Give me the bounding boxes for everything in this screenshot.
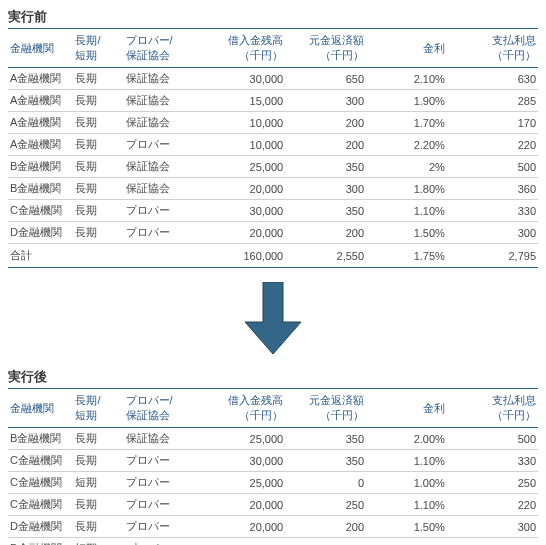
cell: 20,000 bbox=[194, 178, 285, 200]
cell: 25,000 bbox=[194, 538, 285, 546]
table-row: A金融機関長期保証協会15,0003001.90%285 bbox=[8, 90, 538, 112]
cell: 200 bbox=[285, 134, 366, 156]
table-row: C金融機関長期プロパー20,0002501.10%220 bbox=[8, 494, 538, 516]
cell: 2.00% bbox=[366, 428, 447, 450]
col-header: 支払利息（千円） bbox=[447, 389, 538, 428]
cell: 1.10% bbox=[366, 450, 447, 472]
cell: A金融機関 bbox=[8, 68, 73, 90]
col-header: 元金返済額（千円） bbox=[285, 29, 366, 68]
section-title-after: 実行後 bbox=[8, 368, 538, 386]
cell: 2.20% bbox=[366, 134, 447, 156]
cell: 保証協会 bbox=[124, 178, 195, 200]
table-row: B金融機関長期保証協会20,0003001.80%360 bbox=[8, 178, 538, 200]
cell: 220 bbox=[447, 134, 538, 156]
cell: 長期 bbox=[73, 134, 123, 156]
cell: 長期 bbox=[73, 90, 123, 112]
col-header: 借入金残高（千円） bbox=[194, 389, 285, 428]
cell: 200 bbox=[285, 516, 366, 538]
cell: B金融機関 bbox=[8, 156, 73, 178]
cell: 330 bbox=[447, 200, 538, 222]
cell: 350 bbox=[285, 200, 366, 222]
table-row: A金融機関長期保証協会30,0006502.10%630 bbox=[8, 68, 538, 90]
cell: 25,000 bbox=[194, 428, 285, 450]
table-row: D金融機関短期プロパー25,00001.00%250 bbox=[8, 538, 538, 546]
cell: A金融機関 bbox=[8, 134, 73, 156]
cell: D金融機関 bbox=[8, 538, 73, 546]
cell: 10,000 bbox=[194, 112, 285, 134]
cell: 2.10% bbox=[366, 68, 447, 90]
col-header: 金融機関 bbox=[8, 389, 73, 428]
col-header: 長期/短期 bbox=[73, 29, 123, 68]
cell: C金融機関 bbox=[8, 494, 73, 516]
col-header: プロパー/保証協会 bbox=[124, 389, 195, 428]
cell: D金融機関 bbox=[8, 222, 73, 244]
cell: 長期 bbox=[73, 516, 123, 538]
cell: 短期 bbox=[73, 538, 123, 546]
svg-marker-0 bbox=[245, 282, 301, 354]
cell: 10,000 bbox=[194, 134, 285, 156]
cell: 1.50% bbox=[366, 516, 447, 538]
cell: B金融機関 bbox=[8, 428, 73, 450]
table-row: B金融機関長期保証協会25,0003502.00%500 bbox=[8, 428, 538, 450]
cell: 1.50% bbox=[366, 222, 447, 244]
table-before: 金融機関 長期/短期 プロパー/保証協会 借入金残高（千円） 元金返済額（千円）… bbox=[8, 28, 538, 268]
cell: 保証協会 bbox=[124, 428, 195, 450]
header-row: 金融機関 長期/短期 プロパー/保証協会 借入金残高（千円） 元金返済額（千円）… bbox=[8, 29, 538, 68]
cell: 360 bbox=[447, 178, 538, 200]
cell: C金融機関 bbox=[8, 472, 73, 494]
col-header: 支払利息（千円） bbox=[447, 29, 538, 68]
table-row: D金融機関長期プロパー20,0002001.50%300 bbox=[8, 516, 538, 538]
total-repay: 2,550 bbox=[285, 244, 366, 268]
cell: 350 bbox=[285, 450, 366, 472]
cell: 250 bbox=[447, 538, 538, 546]
table-row: C金融機関長期プロパー30,0003501.10%330 bbox=[8, 200, 538, 222]
cell: 保証協会 bbox=[124, 68, 195, 90]
cell: プロパー bbox=[124, 450, 195, 472]
cell: 1.00% bbox=[366, 472, 447, 494]
cell: B金融機関 bbox=[8, 178, 73, 200]
col-header: プロパー/保証協会 bbox=[124, 29, 195, 68]
cell: A金融機関 bbox=[8, 112, 73, 134]
cell: 長期 bbox=[73, 428, 123, 450]
table-row: B金融機関長期保証協会25,0003502%500 bbox=[8, 156, 538, 178]
section-title-before: 実行前 bbox=[8, 8, 538, 26]
cell: 0 bbox=[285, 472, 366, 494]
cell: A金融機関 bbox=[8, 90, 73, 112]
cell: 500 bbox=[447, 156, 538, 178]
cell: 1.00% bbox=[366, 538, 447, 546]
cell: 2% bbox=[366, 156, 447, 178]
cell: 長期 bbox=[73, 68, 123, 90]
table-row: C金融機関長期プロパー30,0003501.10%330 bbox=[8, 450, 538, 472]
col-header: 元金返済額（千円） bbox=[285, 389, 366, 428]
cell: 長期 bbox=[73, 156, 123, 178]
cell: 15,000 bbox=[194, 90, 285, 112]
table-row: A金融機関長期プロパー10,0002002.20%220 bbox=[8, 134, 538, 156]
cell: 30,000 bbox=[194, 200, 285, 222]
total-row: 合計 160,000 2,550 1.75% 2,795 bbox=[8, 244, 538, 268]
table-row: A金融機関長期保証協会10,0002001.70%170 bbox=[8, 112, 538, 134]
cell: 300 bbox=[285, 90, 366, 112]
cell: 0 bbox=[285, 538, 366, 546]
total-interest: 2,795 bbox=[447, 244, 538, 268]
cell: 長期 bbox=[73, 200, 123, 222]
cell: 短期 bbox=[73, 472, 123, 494]
cell: 保証協会 bbox=[124, 112, 195, 134]
cell: 長期 bbox=[73, 222, 123, 244]
cell: 30,000 bbox=[194, 450, 285, 472]
col-header: 金利 bbox=[366, 389, 447, 428]
total-label: 合計 bbox=[8, 244, 73, 268]
cell: 1.10% bbox=[366, 494, 447, 516]
table-row: D金融機関長期プロパー20,0002001.50%300 bbox=[8, 222, 538, 244]
cell: 1.80% bbox=[366, 178, 447, 200]
cell: 350 bbox=[285, 156, 366, 178]
cell: 保証協会 bbox=[124, 90, 195, 112]
cell: 250 bbox=[447, 472, 538, 494]
cell: 20,000 bbox=[194, 516, 285, 538]
cell: 300 bbox=[285, 178, 366, 200]
cell: 200 bbox=[285, 112, 366, 134]
cell: プロパー bbox=[124, 200, 195, 222]
cell: プロパー bbox=[124, 134, 195, 156]
cell: プロパー bbox=[124, 494, 195, 516]
cell: 30,000 bbox=[194, 68, 285, 90]
cell: 長期 bbox=[73, 112, 123, 134]
